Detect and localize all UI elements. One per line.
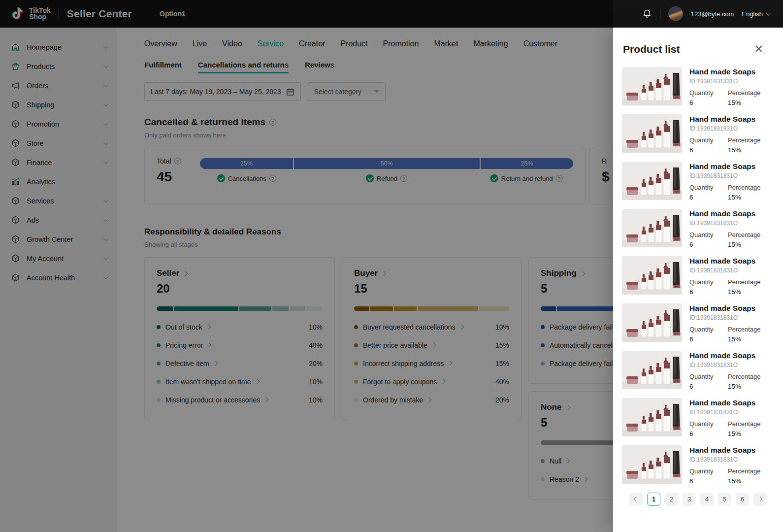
percentage-label: Percentage xyxy=(728,184,761,191)
pagination-page[interactable]: 5 xyxy=(718,493,731,506)
quantity-label: Quantity xyxy=(689,326,718,333)
product-row: Hand made Soaps ID:19391831831O Quantity… xyxy=(622,351,783,390)
product-id: ID:19391831831O xyxy=(689,267,761,274)
quantity-label: Quantity xyxy=(689,373,718,380)
pagination-page[interactable]: 1 xyxy=(647,493,660,506)
product-name: Hand made Soaps xyxy=(689,446,761,455)
percentage-value: 15% xyxy=(728,99,761,106)
percentage-label: Percentage xyxy=(728,420,761,428)
close-icon[interactable]: ✕ xyxy=(754,44,763,55)
percentage-label: Percentage xyxy=(728,231,761,238)
language-selector[interactable]: English xyxy=(742,10,769,18)
quantity-label: Quantity xyxy=(689,89,718,97)
product-image xyxy=(622,445,682,484)
product-image xyxy=(622,209,682,247)
product-id: ID:19391831831O xyxy=(689,409,761,416)
product-items: Hand made Soaps ID:19391831831O Quantity… xyxy=(613,67,783,485)
pagination-page[interactable]: 3 xyxy=(683,493,696,506)
quantity-value: 6 xyxy=(689,194,718,201)
percentage-value: 15% xyxy=(728,430,761,437)
product-id: ID:19391831831O xyxy=(689,314,761,321)
account-email[interactable]: 123@byte.com xyxy=(691,10,734,18)
product-row: Hand made Soaps ID:19391831831O Quantity… xyxy=(622,67,783,106)
avatar[interactable] xyxy=(668,6,683,21)
product-row: Hand made Soaps ID:19391831831O Quantity… xyxy=(622,398,783,437)
product-list-drawer: Product list ✕ xyxy=(613,28,783,532)
quantity-label: Quantity xyxy=(689,420,718,428)
percentage-label: Percentage xyxy=(728,373,761,380)
percentage-label: Percentage xyxy=(728,89,761,97)
percentage-value: 15% xyxy=(728,241,761,248)
product-id: ID:19391831831O xyxy=(689,172,761,179)
language-label: English xyxy=(742,10,763,18)
chevron-left-icon xyxy=(634,497,639,502)
pagination-page[interactable]: 6 xyxy=(736,493,749,506)
product-name: Hand made Soaps xyxy=(689,162,761,171)
quantity-value: 6 xyxy=(689,430,718,437)
percentage-value: 15% xyxy=(728,146,761,154)
quantity-value: 6 xyxy=(689,335,718,343)
product-image xyxy=(622,162,682,200)
product-image xyxy=(622,303,682,342)
quantity-label: Quantity xyxy=(689,136,718,144)
product-id: ID:19391831831O xyxy=(689,456,761,463)
product-row: Hand made Soaps ID:19391831831O Quantity… xyxy=(622,114,783,154)
drawer-title: Product list xyxy=(623,43,680,55)
product-name: Hand made Soaps xyxy=(689,257,761,266)
percentage-value: 15% xyxy=(728,194,761,201)
quantity-value: 6 xyxy=(689,477,718,485)
product-id: ID:19391831831O xyxy=(689,220,761,227)
percentage-label: Percentage xyxy=(728,278,761,286)
product-row: Hand made Soaps ID:19391831831O Quantity… xyxy=(622,162,783,201)
quantity-value: 6 xyxy=(689,99,718,106)
product-name: Hand made Soaps xyxy=(689,67,761,76)
quantity-label: Quantity xyxy=(689,184,718,191)
pagination: 1 2 3 4 5 6 xyxy=(613,493,783,506)
quantity-label: Quantity xyxy=(689,467,718,475)
product-id: ID:19391831831O xyxy=(689,362,761,368)
product-image xyxy=(622,114,682,153)
pagination-page[interactable]: 2 xyxy=(665,493,678,506)
pagination-page[interactable]: 4 xyxy=(700,493,714,506)
product-image xyxy=(622,256,682,295)
product-name: Hand made Soaps xyxy=(689,351,761,360)
product-name: Hand made Soaps xyxy=(689,115,761,124)
quantity-label: Quantity xyxy=(689,231,718,238)
percentage-value: 15% xyxy=(728,288,761,296)
product-image xyxy=(622,67,682,105)
percentage-label: Percentage xyxy=(728,326,761,333)
notification-bell-icon[interactable] xyxy=(642,9,652,19)
product-image xyxy=(622,398,682,436)
modal-scrim[interactable] xyxy=(0,0,613,532)
product-row: Hand made Soaps ID:19391831831O Quantity… xyxy=(622,209,783,248)
quantity-label: Quantity xyxy=(689,278,718,286)
quantity-value: 6 xyxy=(689,241,718,248)
quantity-value: 6 xyxy=(689,146,718,154)
quantity-value: 6 xyxy=(689,288,718,296)
product-name: Hand made Soaps xyxy=(689,399,761,407)
product-id: ID:19391831831O xyxy=(689,78,761,85)
quantity-value: 6 xyxy=(689,383,718,390)
product-row: Hand made Soaps ID:19391831831O Quantity… xyxy=(622,256,783,296)
product-image xyxy=(622,351,682,389)
pagination-prev[interactable] xyxy=(629,493,643,506)
percentage-value: 15% xyxy=(728,477,761,485)
percentage-value: 15% xyxy=(728,335,761,343)
chevron-right-icon xyxy=(758,497,763,502)
percentage-label: Percentage xyxy=(728,136,761,144)
pagination-next[interactable] xyxy=(753,493,767,506)
product-name: Hand made Soaps xyxy=(689,304,761,313)
percentage-value: 15% xyxy=(728,383,761,390)
product-id: ID:19391831831O xyxy=(689,125,761,132)
chevron-down-icon xyxy=(766,11,771,16)
header-divider-2 xyxy=(660,9,660,18)
product-row: Hand made Soaps ID:19391831831O Quantity… xyxy=(622,303,783,343)
product-row: Hand made Soaps ID:19391831831O Quantity… xyxy=(622,445,783,485)
percentage-label: Percentage xyxy=(728,467,761,475)
product-name: Hand made Soaps xyxy=(689,209,761,218)
